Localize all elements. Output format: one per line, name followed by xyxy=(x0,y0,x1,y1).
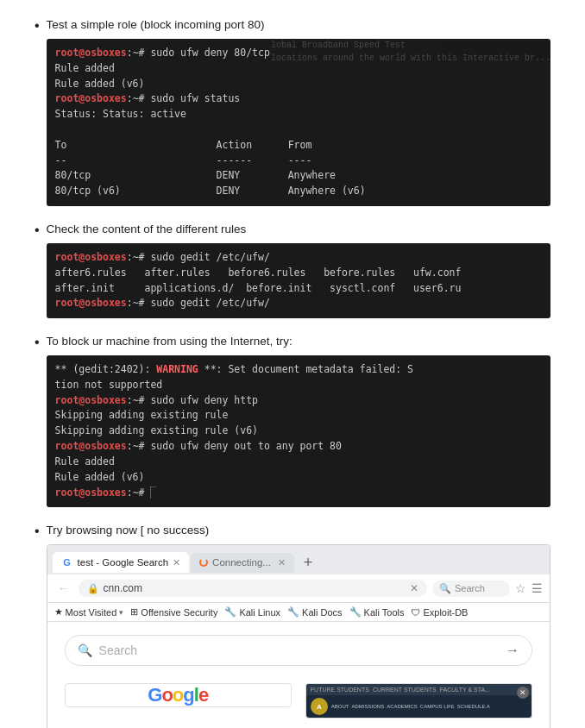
lock-icon: 🔒 xyxy=(87,583,99,594)
url-text[interactable]: cnn.com xyxy=(104,582,406,594)
new-tab-page: 🔍 Search → Google ✕ xyxy=(47,622,550,728)
most-visited-icon: ★ xyxy=(54,606,63,618)
newtab-search-placeholder: Search xyxy=(99,643,499,657)
uni-link-5: SCHEDULE A xyxy=(457,704,490,709)
bullet-item-1: • Test a simple role (block incoming por… xyxy=(35,17,550,206)
exploit-db-label: Exploit-DB xyxy=(423,607,468,618)
newtab-search-icon: 🔍 xyxy=(78,643,92,657)
exploit-db-icon: 🛡 xyxy=(411,607,420,618)
terminal-1-content: root@osboxes:~# sudo ufw deny 80/tcp Rul… xyxy=(55,46,542,199)
tab-label-active: test - Google Search xyxy=(78,557,168,568)
offensive-security-label: Offensive Security xyxy=(141,607,217,618)
terminal-3-content: ** (gedit:2402): WARNING **: Set documen… xyxy=(55,362,542,500)
tab-close-active[interactable]: ✕ xyxy=(173,557,180,568)
uni-nav-text2: CURRENT STUDENTS xyxy=(373,687,437,693)
google-logo: Google xyxy=(148,684,208,706)
google-letter-e: e xyxy=(198,684,208,706)
offensive-security-icon: ⊞ xyxy=(130,606,138,618)
uni-link-4: CAMPUS LIFE xyxy=(420,704,455,709)
search-placeholder-text: Search xyxy=(455,583,485,593)
status-active: Status: active xyxy=(103,108,186,120)
terminal-3: ** (gedit:2402): WARNING **: Set documen… xyxy=(47,355,550,507)
bookmark-kali-tools[interactable]: 🔧 Kali Tools xyxy=(349,606,405,618)
back-button[interactable]: ← xyxy=(54,579,73,598)
bullet-item-4: • Try browsing now [ no success) G test … xyxy=(35,523,550,728)
bullet-label-4: Try browsing now [ no success) xyxy=(47,523,550,539)
kali-linux-label: Kali Linux xyxy=(239,607,280,618)
bullet-label-2: Check the content of the different rules xyxy=(47,222,550,238)
google-letter-g2: g xyxy=(183,684,193,706)
bullet-point-1: • xyxy=(35,18,40,34)
search-icon: 🔍 xyxy=(439,583,451,594)
bullet-point-3: • xyxy=(35,335,40,350)
bullet-content-4: Try browsing now [ no success) G test - … xyxy=(47,523,550,728)
menu-button[interactable]: ☰ xyxy=(532,581,543,595)
terminal-1-wrapper: lobal Broadband Speed Testlocations arou… xyxy=(47,39,550,206)
thumbnails-row: Google ✕ FUTURE STUDENTS CURRENT STUDENT… xyxy=(65,683,532,719)
browser-tabs: G test - Google Search ✕ Connecting... ✕… xyxy=(47,545,550,574)
browser-tab-loading[interactable]: Connecting... ✕ xyxy=(191,553,294,573)
google-letter-o1: o xyxy=(161,684,172,706)
newtab-search-arrow[interactable]: → xyxy=(506,643,519,658)
uni-thumb-header: FUTURE STUDENTS CURRENT STUDENTS FACULTY… xyxy=(306,684,532,695)
google-letter-g: G xyxy=(148,684,161,706)
google-thumbnail[interactable]: Google xyxy=(65,683,292,707)
bookmark-offensive-security[interactable]: ⊞ Offensive Security xyxy=(130,606,217,618)
main-content: • Test a simple role (block incoming por… xyxy=(0,0,585,728)
bookmark-star-button[interactable]: ☆ xyxy=(515,581,526,595)
kali-docs-icon: 🔧 xyxy=(287,606,299,618)
prompt-1: root@osboxes xyxy=(55,47,127,59)
kali-linux-icon: 🔧 xyxy=(224,606,236,618)
bullet-content-1: Test a simple role (block incoming port … xyxy=(47,17,550,206)
tab-spinner xyxy=(199,558,208,567)
url-bar[interactable]: 🔒 cnn.com ✕ xyxy=(79,580,427,597)
bookmark-exploit-db[interactable]: 🛡 Exploit-DB xyxy=(411,607,468,618)
uni-nav-text: FUTURE STUDENTS xyxy=(311,687,369,693)
browser-navbar: ← 🔒 cnn.com ✕ 🔍 Search ☆ ☰ xyxy=(47,574,550,603)
kali-docs-label: Kali Docs xyxy=(302,607,342,618)
bookmark-kali-linux[interactable]: 🔧 Kali Linux xyxy=(224,606,280,618)
bullet-item-3: • To block ur machine from using the Int… xyxy=(35,334,550,507)
most-visited-label: Most Visited xyxy=(66,607,117,618)
bookmark-most-visited[interactable]: ★ Most Visited ▾ xyxy=(54,606,124,618)
tab-close-loading[interactable]: ✕ xyxy=(278,557,286,568)
uni-logo: A xyxy=(311,698,328,715)
bullet-content-3: To block ur machine from using the Inter… xyxy=(47,334,550,507)
bullet-point-2: • xyxy=(35,223,40,238)
most-visited-dropdown-icon: ▾ xyxy=(119,608,123,617)
bullet-label-1: Test a simple role (block incoming port … xyxy=(47,17,550,34)
uni-nav-links: ABOUT ADMISSIONS ACADEMICS CAMPUS LIFE S… xyxy=(331,704,490,709)
google-letter-o2: o xyxy=(173,684,183,706)
terminal-1: lobal Broadband Speed Testlocations arou… xyxy=(47,39,550,206)
uni-link-2: ADMISSIONS xyxy=(351,704,384,709)
browser-mockup: G test - Google Search ✕ Connecting... ✕… xyxy=(47,544,550,728)
uni-link-3: ACADEMICS xyxy=(387,704,418,709)
uni-thumb-nav: A ABOUT ADMISSIONS ACADEMICS CAMPUS LIFE… xyxy=(306,695,532,718)
clear-url-button[interactable]: ✕ xyxy=(410,582,418,594)
uni-nav-text3: FACULTY & STA... xyxy=(440,687,490,693)
new-tab-button[interactable]: + xyxy=(296,550,320,574)
terminal-2: root@osboxes:~# sudo gedit /etc/ufw/ aft… xyxy=(47,243,550,318)
uni-link-1: ABOUT xyxy=(331,704,349,709)
university-thumbnail[interactable]: ✕ FUTURE STUDENTS CURRENT STUDENTS FACUL… xyxy=(305,683,532,719)
search-bar-right[interactable]: 🔍 Search xyxy=(432,581,510,597)
browser-tab-active[interactable]: G test - Google Search ✕ xyxy=(53,552,189,573)
bullet-label-3: To block ur machine from using the Inter… xyxy=(47,334,550,350)
tab-favicon-google: G xyxy=(61,556,73,568)
terminal-2-content: root@osboxes:~# sudo gedit /etc/ufw/ aft… xyxy=(55,250,542,311)
bullet-point-4: • xyxy=(35,524,40,539)
bullet-item-2: • Check the content of the different rul… xyxy=(35,222,550,318)
kali-tools-label: Kali Tools xyxy=(364,607,405,618)
kali-tools-icon: 🔧 xyxy=(349,606,362,618)
newtab-search-bar[interactable]: 🔍 Search → xyxy=(65,635,532,666)
bullet-content-2: Check the content of the different rules… xyxy=(47,222,550,318)
tab-label-loading: Connecting... xyxy=(212,557,271,568)
bookmark-kali-docs[interactable]: 🔧 Kali Docs xyxy=(287,606,342,618)
bookmarks-bar: ★ Most Visited ▾ ⊞ Offensive Security 🔧 … xyxy=(47,603,550,622)
